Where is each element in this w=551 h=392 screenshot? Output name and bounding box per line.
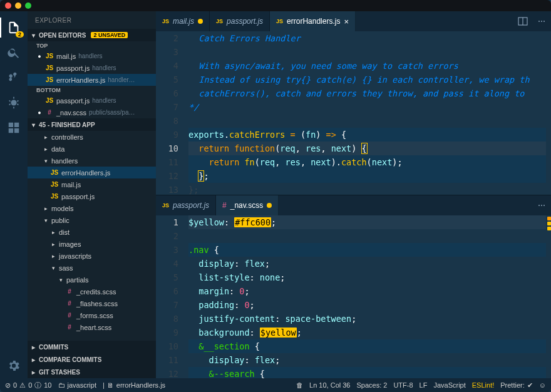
folder-row[interactable]: ▾sass bbox=[28, 262, 156, 274]
window-close[interactable] bbox=[5, 3, 11, 9]
more-actions-button[interactable]: ⋯ bbox=[532, 11, 551, 31]
folder-row[interactable]: ▾partials bbox=[28, 274, 156, 286]
titlebar bbox=[0, 0, 551, 11]
open-editor-item[interactable]: JSpassport.js handlers bbox=[28, 95, 156, 106]
code-line[interactable]: display: flex; bbox=[188, 353, 546, 367]
section-open-editors[interactable]: ▾ OPEN EDITORS 2 UNSAVED bbox=[28, 29, 156, 41]
more-actions-button[interactable]: ⋯ bbox=[532, 195, 551, 215]
open-editor-item[interactable]: ●#_nav.scss public/sass/pa… bbox=[28, 106, 156, 118]
folder-row[interactable]: ▸javascripts bbox=[28, 250, 156, 262]
status-spaces[interactable]: Spaces: 2 bbox=[356, 381, 387, 389]
code-line[interactable] bbox=[188, 229, 546, 243]
code-line[interactable]: display: flex; bbox=[188, 257, 546, 271]
status-trash[interactable]: 🗑 bbox=[296, 381, 303, 389]
folder-icon: 🗀 bbox=[58, 381, 65, 389]
status-cursor[interactable]: Ln 10, Col 36 bbox=[309, 381, 350, 389]
section-compare-commits[interactable]: ▸COMPARE COMMITS bbox=[28, 353, 156, 366]
code-line[interactable]: background: $yellow; bbox=[188, 326, 546, 339]
code-line[interactable]: justify-content: space-between; bbox=[188, 312, 546, 326]
editor-top[interactable]: 2345678910111213 Catch Errors Handler Wi… bbox=[156, 31, 551, 195]
status-scope[interactable]: 🗀 javascript bbox=[58, 381, 96, 389]
file-row[interactable]: #_forms.scss bbox=[28, 309, 156, 321]
dirty-indicator-icon bbox=[267, 203, 272, 208]
code-line[interactable]: Catch Errors Handler bbox=[188, 31, 546, 45]
editor-tab[interactable]: JSmail.js bbox=[156, 11, 210, 31]
code-line[interactable]: list-style: none; bbox=[188, 271, 546, 284]
more-icon: ⋯ bbox=[538, 17, 545, 26]
file-row[interactable]: #_flashes.scss bbox=[28, 297, 156, 309]
chevron-down-icon: ▾ bbox=[30, 32, 36, 39]
open-editor-item[interactable]: ●JSmail.js handlers bbox=[28, 50, 156, 62]
folder-row[interactable]: ▾public bbox=[28, 214, 156, 226]
editor-area: JSmail.jsJSpassport.jsJSerrorHandlers.js… bbox=[156, 11, 551, 378]
window-minimize[interactable] bbox=[15, 3, 21, 9]
editor-bottom[interactable]: 123456789101112$yellow: #ffc600;.nav { d… bbox=[156, 215, 551, 379]
editor-tab[interactable]: JSerrorHandlers.js× bbox=[270, 11, 356, 31]
js-file-icon: JS bbox=[276, 18, 283, 24]
code-line[interactable]: With async/await, you need some way to c… bbox=[188, 59, 546, 73]
code-line[interactable] bbox=[188, 45, 546, 59]
activity-extensions[interactable] bbox=[0, 115, 28, 140]
section-commits[interactable]: ▸COMMITS bbox=[28, 341, 156, 353]
section-git-stashes[interactable]: ▸GIT STASHES bbox=[28, 366, 156, 378]
code-line[interactable]: Instead of using try{} catch(e) {} in ea… bbox=[188, 73, 546, 86]
js-file-icon: JS bbox=[50, 193, 59, 200]
section-project[interactable]: ▾ 45 - FINISHED APP bbox=[28, 118, 156, 131]
code-line[interactable]: return fn(req, res, next).catch(next); bbox=[188, 155, 546, 169]
code-line[interactable]: exports.catchErrors = (fn) => { bbox=[188, 128, 546, 142]
code-line[interactable]: }; bbox=[188, 169, 546, 183]
folder-row[interactable]: ▸dist bbox=[28, 226, 156, 238]
dirty-indicator: ● bbox=[36, 53, 43, 59]
editor-tab[interactable]: #_nav.scss bbox=[216, 195, 279, 215]
editor-tab[interactable]: JSpassport.js bbox=[156, 195, 216, 215]
scss-file-icon: # bbox=[65, 324, 74, 331]
code-line[interactable]: &__section { bbox=[188, 339, 546, 353]
split-editor-button[interactable] bbox=[513, 11, 532, 31]
scss-file-icon: # bbox=[222, 201, 227, 210]
file-row[interactable]: JSpassport.js bbox=[28, 190, 156, 202]
activity-debug[interactable] bbox=[0, 90, 28, 115]
open-editor-item[interactable]: JSerrorHandlers.js handler… bbox=[28, 74, 156, 86]
activity-explorer[interactable]: 2 bbox=[0, 15, 28, 40]
status-eol[interactable]: LF bbox=[420, 381, 428, 389]
editor-tab[interactable]: JSpassport.js bbox=[210, 11, 270, 31]
code-line[interactable]: &--search { bbox=[188, 367, 546, 379]
status-lang[interactable]: JavaScript bbox=[433, 381, 465, 389]
status-file[interactable]: | 🗎 errorHandlers.js bbox=[103, 381, 165, 389]
code-line[interactable]: */ bbox=[188, 100, 546, 114]
file-row[interactable]: JSmail.js bbox=[28, 178, 156, 190]
code-line[interactable]: catchErrors(), catch and errors they thr… bbox=[188, 86, 546, 100]
file-row[interactable]: #_heart.scss bbox=[28, 321, 156, 333]
file-row[interactable]: #_credits.scss bbox=[28, 286, 156, 297]
code-line[interactable] bbox=[188, 114, 546, 128]
code-line[interactable]: return function(req, res, next) { bbox=[188, 142, 546, 155]
status-eslint[interactable]: ESLint! bbox=[472, 381, 494, 389]
code-line[interactable]: }; bbox=[188, 183, 546, 195]
folder-row[interactable]: ▸controllers bbox=[28, 131, 156, 143]
folder-row[interactable]: ▾handlers bbox=[28, 155, 156, 167]
folder-row[interactable]: ▸images bbox=[28, 238, 156, 250]
file-row[interactable]: JSerrorHandlers.js bbox=[28, 167, 156, 178]
status-problems[interactable]: ⊘0 ⚠0 ⓘ10 bbox=[5, 381, 52, 390]
group-bottom-label: BOTTOM bbox=[28, 86, 156, 95]
code-line[interactable]: $yellow: #ffc600; bbox=[188, 215, 546, 229]
folder-row[interactable]: ▸models bbox=[28, 202, 156, 214]
extensions-icon bbox=[7, 121, 21, 135]
close-icon[interactable]: × bbox=[344, 17, 349, 26]
file-icon: 🗎 bbox=[107, 381, 114, 389]
status-prettier[interactable]: Prettier: ✔ bbox=[500, 381, 533, 389]
open-editor-item[interactable]: JSpassport.js handlers bbox=[28, 62, 156, 74]
code-line[interactable]: .nav { bbox=[188, 243, 546, 257]
activity-search[interactable] bbox=[0, 40, 28, 65]
js-file-icon: JS bbox=[162, 18, 169, 24]
unsaved-badge: 2 UNSAVED bbox=[91, 32, 128, 38]
activity-settings[interactable] bbox=[0, 353, 28, 378]
activity-scm[interactable] bbox=[0, 65, 28, 90]
code-line[interactable]: margin: 0; bbox=[188, 284, 546, 298]
code-line[interactable]: padding: 0; bbox=[188, 298, 546, 312]
folder-row[interactable]: ▸data bbox=[28, 143, 156, 155]
status-encoding[interactable]: UTF-8 bbox=[393, 381, 413, 389]
status-feedback[interactable]: ☺ bbox=[539, 381, 546, 389]
window-zoom[interactable] bbox=[25, 3, 31, 9]
git-branch-icon bbox=[7, 71, 21, 85]
